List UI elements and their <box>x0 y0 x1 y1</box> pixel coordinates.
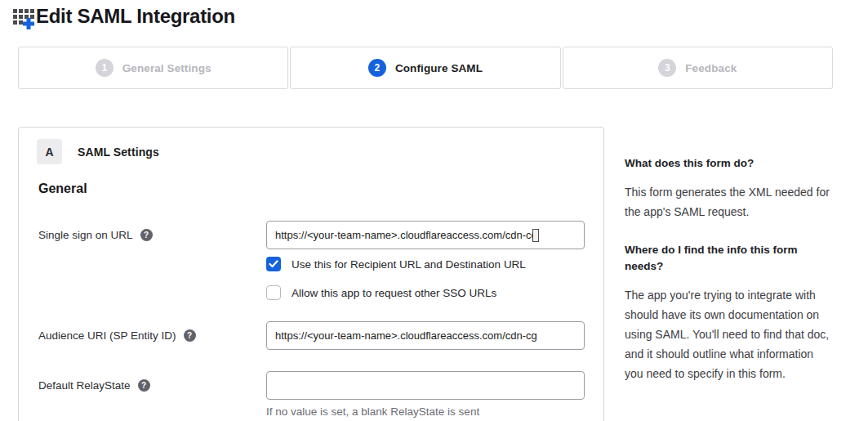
help-icon[interactable] <box>138 379 150 392</box>
checkbox-recipient-destination-url[interactable]: Use this for Recipient URL and Destinati… <box>266 256 585 272</box>
step-general-settings[interactable]: 1 General Settings <box>18 47 288 89</box>
help-heading: What does this form do? <box>625 155 834 172</box>
help-heading: Where do I find the info this form needs… <box>625 242 834 275</box>
step-configure-saml[interactable]: 2 Configure SAML <box>290 47 560 89</box>
form-row-audience-uri: Audience URI (SP Entity ID) <box>38 321 585 350</box>
help-body: The app you're trying to integrate with … <box>625 285 834 383</box>
checkbox-unchecked-icon[interactable] <box>266 285 281 300</box>
field-label: Single sign on URL <box>38 221 266 301</box>
step-label: Configure SAML <box>395 62 483 74</box>
page: Edit SAML Integration 1 General Settings… <box>0 0 868 421</box>
panel-title: SAML Settings <box>78 146 159 159</box>
page-title: Edit SAML Integration <box>36 4 235 29</box>
audience-uri-input[interactable] <box>266 321 585 350</box>
saml-settings-panel: A SAML Settings General Single sign on U… <box>18 127 604 421</box>
text-cursor <box>532 229 539 242</box>
relay-state-helper-text: If no value is set, a blank RelayState i… <box>266 405 585 418</box>
step-feedback[interactable]: 3 Feedback <box>563 47 833 89</box>
field-label: Default RelayState <box>38 371 266 418</box>
field-label: Audience URI (SP Entity ID) <box>38 321 266 350</box>
add-app-grid-plus-icon <box>12 7 35 29</box>
help-icon[interactable] <box>140 229 153 241</box>
audience-uri-label: Audience URI (SP Entity ID) <box>38 329 176 343</box>
default-relay-state-label: Default RelayState <box>38 378 131 392</box>
general-section-heading: General <box>38 181 87 196</box>
checkbox-label: Use this for Recipient URL and Destinati… <box>292 258 526 271</box>
help-section-what: What does this form do? This form genera… <box>625 155 834 222</box>
form-row-default-relay-state: Default RelayState If no value is set, a… <box>38 371 585 418</box>
default-relay-state-input[interactable] <box>266 371 585 400</box>
step-number-badge: 2 <box>368 59 386 77</box>
single-sign-on-url-label: Single sign on URL <box>38 228 133 242</box>
help-body: This form generates the XML needed for t… <box>625 182 834 222</box>
input-value: https://<your-team-name>.cloudflareacces… <box>275 229 537 241</box>
single-sign-on-url-input[interactable]: https://<your-team-name>.cloudflareacces… <box>266 221 585 249</box>
panel-header: A SAML Settings <box>37 139 159 164</box>
form-row-single-sign-on-url: Single sign on URL https://<your-team-na… <box>38 221 585 301</box>
step-number-badge: 3 <box>658 59 676 77</box>
help-sidebar: What does this form do? This form genera… <box>625 155 834 383</box>
checkbox-checked-icon[interactable] <box>266 257 281 271</box>
help-section-where: Where do I find the info this form needs… <box>625 242 834 383</box>
help-icon[interactable] <box>184 329 196 342</box>
section-a-badge: A <box>37 139 62 164</box>
wizard-stepper: 1 General Settings 2 Configure SAML 3 Fe… <box>18 47 833 89</box>
step-label: Feedback <box>685 62 737 74</box>
checkbox-allow-other-sso-urls[interactable]: Allow this app to request other SSO URLs <box>266 284 585 301</box>
step-number-badge: 1 <box>96 59 114 77</box>
step-label: General Settings <box>122 62 211 74</box>
checkbox-label: Allow this app to request other SSO URLs <box>292 287 496 299</box>
